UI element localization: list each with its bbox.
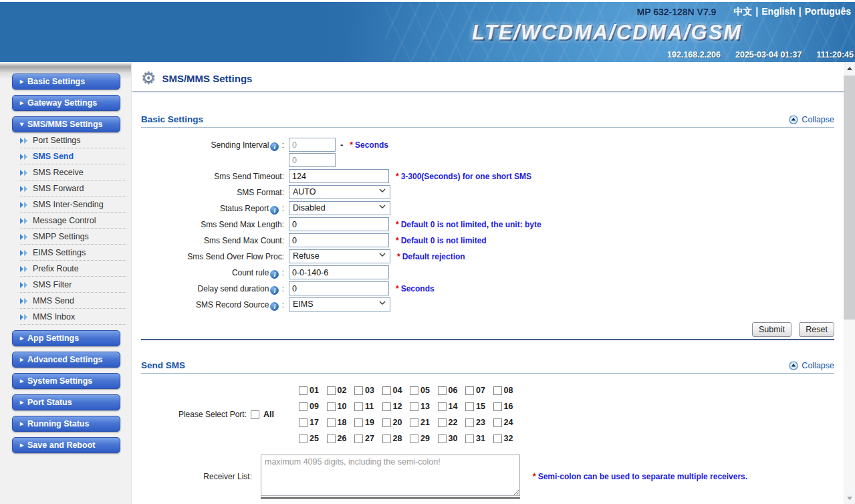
port-checkbox[interactable] [410,402,418,411]
port-checkbox[interactable] [438,418,447,427]
sidebar-group-button[interactable]: Advanced Settings [12,352,120,368]
sidebar-subitem[interactable]: EIMS Settings [20,245,126,261]
port-option[interactable]: 10 [327,398,355,414]
port-checkbox[interactable] [299,434,308,443]
port-option[interactable]: 22 [438,414,466,430]
info-icon[interactable] [270,302,279,311]
sidebar-subitem[interactable]: MMS Inbox [20,309,126,325]
port-checkbox[interactable] [382,434,391,443]
port-option[interactable]: 21 [410,414,438,430]
sidebar-subitem[interactable]: Prefix Route [20,261,126,277]
port-option[interactable]: 28 [382,430,410,447]
text-input[interactable] [289,233,389,247]
port-checkbox[interactable] [493,386,502,395]
port-option[interactable]: 29 [410,430,438,447]
lang-english[interactable]: English [761,6,796,17]
port-checkbox[interactable] [354,418,363,427]
port-option[interactable]: 07 [465,382,493,398]
port-option[interactable]: 09 [299,398,327,414]
select-input[interactable]: Disabled [289,201,390,215]
port-option[interactable]: 27 [354,430,382,447]
select-input[interactable]: Refuse [289,249,390,263]
port-checkbox[interactable] [299,418,308,427]
port-option[interactable]: 23 [465,414,493,430]
sidebar-group-button[interactable]: System Settings [12,373,120,389]
port-option[interactable]: 05 [410,382,438,398]
port-option[interactable]: 19 [354,414,382,430]
port-option[interactable]: 20 [382,414,410,430]
port-checkbox[interactable] [327,434,336,443]
all-ports-checkbox[interactable] [251,410,259,419]
port-option[interactable]: 18 [327,414,355,430]
port-option[interactable]: 06 [438,382,466,398]
lang-portuguese[interactable]: Português [805,6,851,17]
port-checkbox[interactable] [493,402,502,411]
port-checkbox[interactable] [382,402,391,411]
port-option[interactable]: 02 [327,382,355,398]
port-option[interactable]: 03 [354,382,382,398]
port-option[interactable]: 24 [493,414,521,430]
select-input[interactable]: EIMS [289,297,390,311]
sidebar-subitem[interactable]: Message Control [20,213,126,229]
text-input[interactable] [289,169,389,183]
port-checkbox[interactable] [410,386,418,395]
sidebar-group-button[interactable]: Save and Reboot [12,437,120,453]
port-option[interactable]: 25 [299,430,327,447]
port-checkbox[interactable] [465,386,474,395]
select-input[interactable]: AUTO [289,185,390,199]
port-option[interactable]: 14 [438,398,466,414]
sidebar-subitem[interactable]: SMS Forward [20,180,126,197]
text-input[interactable] [289,281,389,295]
info-icon[interactable] [270,286,279,295]
send-sms-collapse-link[interactable]: Collapse [789,361,834,370]
port-option[interactable]: 15 [465,398,493,414]
sidebar-group-button[interactable]: SMS/MMS Settings [12,116,120,132]
interval-max-input[interactable] [289,153,336,167]
port-option[interactable]: 17 [299,414,327,430]
port-checkbox[interactable] [299,402,308,411]
lang-chinese[interactable]: 中文 [733,6,752,17]
port-checkbox[interactable] [493,434,502,443]
sidebar-subitem[interactable]: SMS Receive [20,164,126,180]
scroll-up-button[interactable] [844,62,855,74]
basic-settings-collapse-link[interactable]: Collapse [789,115,834,124]
port-checkbox[interactable] [410,418,418,427]
port-checkbox[interactable] [354,402,363,411]
port-checkbox[interactable] [465,402,474,411]
port-checkbox[interactable] [438,434,447,443]
sidebar-group-button[interactable]: Running Status [12,416,120,432]
port-option[interactable]: 08 [493,382,521,398]
port-checkbox[interactable] [354,434,363,443]
port-option[interactable]: 32 [493,430,521,447]
text-input[interactable] [289,217,389,231]
info-icon[interactable] [270,142,279,151]
port-option[interactable]: 12 [382,398,410,414]
port-checkbox[interactable] [438,402,447,411]
sidebar-subitem[interactable]: MMS Send [20,293,126,309]
interval-min-input[interactable] [289,138,336,152]
port-checkbox[interactable] [493,418,502,427]
sidebar-group-button[interactable]: App Settings [12,330,120,346]
scroll-down-button[interactable] [844,492,855,504]
sidebar-subitem[interactable]: SMS Filter [20,277,126,293]
sidebar-subitem[interactable]: Port Settings [20,132,126,148]
reset-button[interactable]: Reset [799,322,834,337]
receiver-list-textarea[interactable] [261,455,520,496]
port-checkbox[interactable] [327,386,336,395]
submit-button[interactable]: Submit [752,322,791,337]
text-input[interactable] [289,265,389,279]
port-checkbox[interactable] [410,434,418,443]
port-checkbox[interactable] [382,386,391,395]
port-checkbox[interactable] [299,386,308,395]
sidebar-subitem[interactable]: SMPP Settings [20,229,126,245]
scrollbar-thumb[interactable] [844,76,855,320]
sidebar-subitem[interactable]: SMS Inter-Sending [20,197,126,213]
sidebar-subitem[interactable]: SMS Send [20,148,126,164]
port-option[interactable]: 31 [465,430,493,447]
port-option[interactable]: 26 [327,430,355,447]
sidebar-group-button[interactable]: Gateway Settings [12,95,120,111]
port-checkbox[interactable] [465,418,474,427]
port-option[interactable]: 11 [354,398,382,414]
port-option[interactable]: 01 [299,382,327,398]
port-checkbox[interactable] [354,386,363,395]
